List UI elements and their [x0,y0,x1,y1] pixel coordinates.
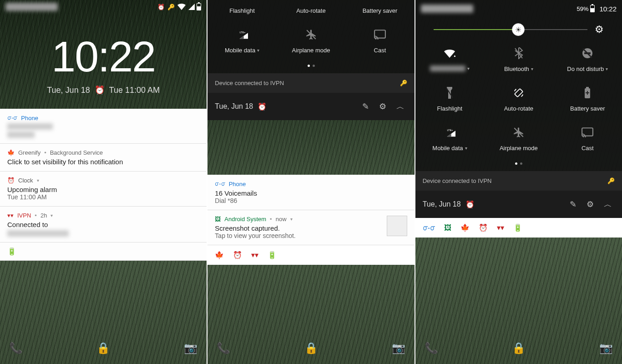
cast-icon [374,29,386,40]
chevron-down-icon[interactable]: ▾ [51,213,53,218]
battery-icon [197,3,201,10]
brightness-thumb[interactable]: ☀ [512,23,525,36]
chevron-down-icon[interactable]: ▾ [465,146,467,151]
airplane-off-icon [513,126,525,138]
notification-ivpn[interactable]: ▾▾IVPN•2h▾ Connected to [0,207,207,243]
chevron-down-icon[interactable]: ▾ [467,66,470,71]
lock-icon[interactable]: 🔒 [304,342,318,354]
wallpaper-gap[interactable] [207,120,414,175]
lock-alarm: Tue 11:00 AM [109,86,160,95]
vpn-status-bar[interactable]: Device connected to IVPN 🔑 [415,171,622,191]
lock-date: Tue, Jun 18 [47,86,90,95]
qs-date[interactable]: Tue, Jun 18 [215,102,253,111]
alarm-icon: ⏰ [233,251,242,259]
wifi-ssid-hidden [430,66,465,71]
lock-nav: 📞 🔒 📷 [0,332,207,364]
tile-mobile-data[interactable]: LTE+ Mobile data▾ [210,29,274,54]
camera-shortcut[interactable]: 📷 [184,342,197,354]
tile-cast[interactable]: Cast [348,29,412,54]
tile-dnd[interactable]: Do not disturb▾ [556,47,619,72]
svg-text:▲: ▲ [453,54,455,57]
tile-autorotate[interactable]: Auto-rotate [487,87,551,112]
hidden-body [7,131,35,138]
chevron-up-icon[interactable]: ︿ [601,196,615,212]
lockscreen-pane: ⏰ 🔑 10:22 Tue, Jun 18 ⏰ Tue 11:00 AM ൦-൦… [0,0,207,364]
voicemail-icon: ൦-൦ [215,180,225,187]
phone-shortcut[interactable]: 📞 [217,342,230,354]
leaf-icon: 🍁 [215,251,224,259]
notification-phone[interactable]: ൦-൦Phone [0,109,207,144]
brightness-settings-icon[interactable]: ⚙ [595,24,604,35]
flashlight-icon [444,87,455,99]
alarm-icon: ⏰ [95,85,105,95]
collapsed-notifications[interactable]: ൦-൦ 🖼 🍁 ⏰ ▾▾ 🔋 [415,218,622,238]
image-icon: 🖼 [444,224,451,232]
collapsed-notifications[interactable]: 🍁 ⏰ ▾▾ 🔋 [207,245,414,265]
chevron-down-icon[interactable]: ▾ [37,178,39,183]
brightness-slider[interactable]: ☀ ⚙ [415,15,622,40]
chevron-down-icon[interactable]: ▾ [606,66,608,71]
phone-shortcut[interactable]: 📞 [9,342,23,354]
chevron-down-icon[interactable]: ▾ [531,66,533,71]
quick-settings-partial: Flashlight Auto-rotate Battery saver LTE… [207,0,414,73]
screenshot-thumbnail [387,216,407,236]
chevron-down-icon[interactable]: ▾ [257,48,259,53]
notification-overflow[interactable]: 🔋 [0,243,207,261]
tile-airplane[interactable]: Airplane mode [279,29,343,54]
ivpn-icon: ▾▾ [251,251,258,259]
airplane-off-icon [305,29,317,40]
notification-phone[interactable]: ൦-൦Phone 16 Voicemails Dial *86 [207,175,414,210]
tile-cast[interactable]: Cast [556,126,619,152]
lock-time: 10:22 [0,32,207,81]
camera-shortcut[interactable]: 📷 [599,342,613,354]
clock-icon: ⏰ [7,177,15,184]
phone-shortcut[interactable]: 📞 [425,342,438,354]
tile-mobile-data[interactable]: LTE+ Mobile data▾ [418,126,481,152]
page-dots[interactable] [415,159,622,171]
leaf-icon: 🍁 [460,223,470,232]
tile-wifi[interactable]: ▲ ▾ [418,47,481,72]
date-action-bar: Tue, Jun 18 ⏰ ✎ ⚙ ︿ [415,191,622,218]
voicemail-icon: ൦-൦ [7,114,17,121]
battery-warning-icon: 🔋 [7,248,16,255]
chevron-down-icon[interactable]: ▾ [290,217,293,222]
lock-nav: 📞 🔒 📷 [415,332,622,364]
gear-icon[interactable]: ⚙ [584,197,597,212]
image-icon: 🖼 [215,216,221,222]
tile-autorotate[interactable]: Auto-rotate [279,7,343,14]
camera-shortcut[interactable]: 📷 [392,342,405,354]
qs-full-pane: 59% 10:22 ☀ ⚙ ▲ ▾ Bluetooth▾ Do not dist… [415,0,622,364]
wifi-icon: ▲ [444,47,455,59]
tile-bluetooth[interactable]: Bluetooth▾ [487,47,551,72]
vpn-status-bar[interactable]: Device connected to IVPN 🔑 [207,73,414,93]
alarm-icon[interactable]: ⏰ [465,200,475,209]
edit-icon[interactable]: ✎ [359,99,372,114]
tile-flashlight[interactable]: Flashlight [418,87,481,112]
signal-icon [188,4,195,10]
battery-icon: 🔋 [513,223,522,232]
page-dots[interactable] [207,61,414,73]
svg-text:LTE+: LTE+ [447,129,453,131]
alarm-icon: ⏰ [157,4,165,10]
lock-icon[interactable]: 🔒 [512,342,526,354]
lte-icon: LTE+ [236,29,248,40]
tile-battery-saver[interactable]: Battery saver [556,87,619,112]
qs-date[interactable]: Tue, Jun 18 [423,200,461,208]
chevron-up-icon[interactable]: ︿ [394,98,407,115]
tile-airplane[interactable]: Airplane mode [487,126,551,152]
tile-battery-saver[interactable]: Battery saver [348,7,412,14]
notification-greenify[interactable]: 🍁Greenify•Background Service Click to se… [0,144,207,172]
autorotate-icon [513,87,525,99]
gear-icon[interactable]: ⚙ [376,99,389,114]
alarm-icon[interactable]: ⏰ [258,102,267,111]
alarm-icon: ⏰ [479,223,488,232]
notification-clock[interactable]: ⏰Clock▾ Upcoming alarm Tue 11:00 AM [0,172,207,207]
edit-icon[interactable]: ✎ [567,197,579,212]
lock-icon[interactable]: 🔒 [96,342,110,354]
vpn-key-icon: 🔑 [167,4,175,10]
leaf-icon: 🍁 [7,149,15,156]
tile-flashlight[interactable]: Flashlight [210,7,274,14]
lock-clock: 10:22 Tue, Jun 18 ⏰ Tue 11:00 AM [0,14,207,109]
notification-screenshot[interactable]: 🖼Android System•now▾ Screenshot captured… [207,210,414,245]
lte-icon: LTE+ [444,126,455,138]
